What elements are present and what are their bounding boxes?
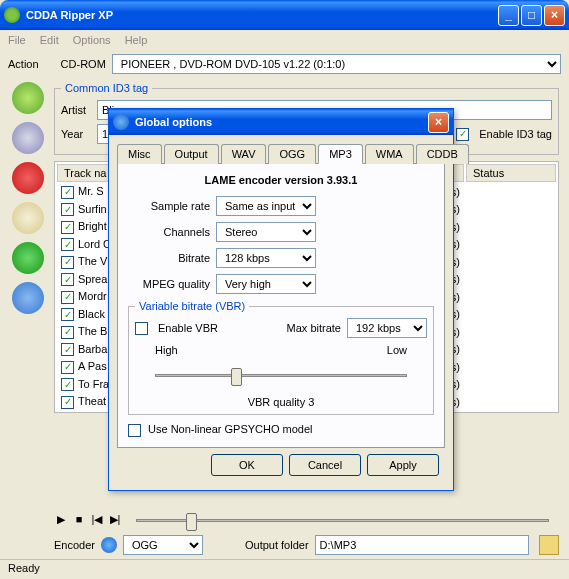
encoder-icon [101, 537, 117, 553]
max-bitrate-select[interactable]: 192 kbps [347, 318, 427, 338]
track-checkbox[interactable]: ✓ [61, 186, 74, 199]
menu-options[interactable]: Options [73, 34, 111, 46]
slider-low-label: Low [387, 344, 407, 356]
sample-rate-select[interactable]: Same as input [216, 196, 316, 216]
track-checkbox[interactable]: ✓ [61, 308, 74, 321]
slider-high-label: High [155, 344, 178, 356]
tab-misc[interactable]: Misc [117, 144, 162, 164]
transport-bar: ▶ ■ |◀ ▶| [54, 509, 559, 529]
encoder-header: LAME encoder version 3.93.1 [128, 174, 434, 186]
action-label: Action [8, 58, 39, 70]
stop-transport-icon[interactable]: ■ [72, 512, 86, 526]
enable-id3-checkbox[interactable]: ✓ [456, 128, 469, 141]
sidebar [8, 82, 48, 314]
channels-select[interactable]: Stereo [216, 222, 316, 242]
next-icon[interactable]: ▶| [108, 512, 122, 526]
tab-mp3[interactable]: MP3 [318, 144, 363, 164]
id3-legend: Common ID3 tag [61, 82, 152, 94]
enable-vbr-checkbox[interactable]: ✓ [135, 322, 148, 335]
track-checkbox[interactable]: ✓ [61, 221, 74, 234]
vbr-quality-caption: VBR quality 3 [135, 396, 427, 408]
track-checkbox[interactable]: ✓ [61, 238, 74, 251]
tab-output[interactable]: Output [164, 144, 219, 164]
menu-help[interactable]: Help [125, 34, 148, 46]
apply-button[interactable]: Apply [367, 454, 439, 476]
enable-id3-label: Enable ID3 tag [479, 128, 552, 140]
cdrom-label: CD-ROM [61, 58, 106, 70]
maximize-button[interactable]: □ [521, 5, 542, 26]
track-checkbox[interactable]: ✓ [61, 291, 74, 304]
bottom-controls: ▶ ■ |◀ ▶| Encoder OGG Output folder [54, 509, 559, 555]
track-checkbox[interactable]: ✓ [61, 378, 74, 391]
dialog-tabs: Misc Output WAV OGG MP3 WMA CDDB [117, 143, 445, 164]
tab-cddb[interactable]: CDDB [416, 144, 469, 164]
refresh-icon[interactable] [12, 82, 44, 114]
track-checkbox[interactable]: ✓ [61, 396, 74, 409]
stop-icon[interactable] [12, 162, 44, 194]
status-text: Ready [8, 562, 40, 574]
channels-label: Channels [128, 226, 210, 238]
window-titlebar: CDDA Ripper XP _ □ × [0, 0, 569, 30]
tab-ogg[interactable]: OGG [268, 144, 316, 164]
gpsycho-checkbox[interactable]: ✓ [128, 424, 141, 437]
bitrate-select[interactable]: 128 kbps [216, 248, 316, 268]
track-checkbox[interactable]: ✓ [61, 273, 74, 286]
statusbar: Ready [0, 559, 569, 579]
ok-button[interactable]: OK [211, 454, 283, 476]
playback-slider[interactable] [136, 509, 549, 529]
gpsycho-label: Use Non-linear GPSYCHO model [148, 423, 312, 435]
window-title: CDDA Ripper XP [26, 9, 496, 21]
minimize-button[interactable]: _ [498, 5, 519, 26]
play-icon[interactable]: ▶ [54, 512, 68, 526]
max-bitrate-label: Max bitrate [287, 322, 341, 334]
vbr-legend: Variable bitrate (VBR) [135, 300, 249, 312]
mpeg-quality-label: MPEG quality [128, 278, 210, 290]
vbr-fieldset: Variable bitrate (VBR) ✓ Enable VBR Max … [128, 300, 434, 415]
menu-edit[interactable]: Edit [40, 34, 59, 46]
encoder-label: Encoder [54, 539, 95, 551]
edit-icon[interactable] [12, 202, 44, 234]
track-checkbox[interactable]: ✓ [61, 343, 74, 356]
tab-wav[interactable]: WAV [221, 144, 267, 164]
disc-icon[interactable] [12, 122, 44, 154]
tab-content-mp3: LAME encoder version 3.93.1 Sample rate … [117, 164, 445, 448]
menu-file[interactable]: File [8, 34, 26, 46]
cdrom-select[interactable]: PIONEER , DVD-ROM DVD-105 v1.22 (0:1:0) [112, 54, 561, 74]
cancel-button[interactable]: Cancel [289, 454, 361, 476]
dialog-title: Global options [135, 116, 426, 128]
track-checkbox[interactable]: ✓ [61, 203, 74, 216]
vbr-quality-slider[interactable] [155, 364, 407, 388]
output-folder-input[interactable] [315, 535, 529, 555]
tab-wma[interactable]: WMA [365, 144, 414, 164]
track-checkbox[interactable]: ✓ [61, 361, 74, 374]
download-icon[interactable] [12, 242, 44, 274]
sample-rate-label: Sample rate [128, 200, 210, 212]
track-checkbox[interactable]: ✓ [61, 326, 74, 339]
close-button[interactable]: × [544, 5, 565, 26]
dialog-icon [113, 114, 129, 130]
prev-icon[interactable]: |◀ [90, 512, 104, 526]
output-folder-label: Output folder [245, 539, 309, 551]
menubar: File Edit Options Help [0, 30, 569, 50]
encoder-select[interactable]: OGG [123, 535, 203, 555]
global-options-dialog: Global options × Misc Output WAV OGG MP3… [108, 108, 454, 491]
enable-vbr-label: Enable VBR [158, 322, 218, 334]
artist-label: Artist [61, 104, 91, 116]
cdrom-row: Action CD-ROM PIONEER , DVD-ROM DVD-105 … [0, 50, 569, 78]
settings-gear-icon[interactable] [12, 282, 44, 314]
bitrate-label: Bitrate [128, 252, 210, 264]
dialog-close-button[interactable]: × [428, 112, 449, 133]
dialog-titlebar: Global options × [109, 109, 453, 135]
app-icon [4, 7, 20, 23]
year-label: Year [61, 128, 91, 140]
mpeg-quality-select[interactable]: Very high [216, 274, 316, 294]
col-status[interactable]: Status [466, 164, 556, 182]
browse-folder-icon[interactable] [539, 535, 559, 555]
track-checkbox[interactable]: ✓ [61, 256, 74, 269]
